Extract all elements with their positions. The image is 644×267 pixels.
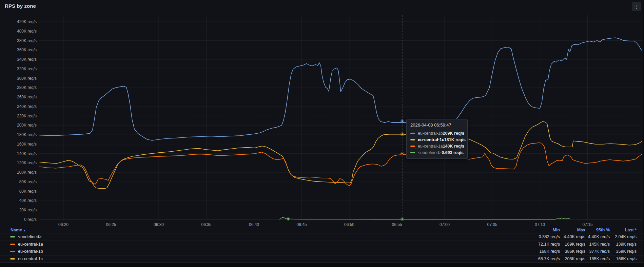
hover-marker bbox=[401, 152, 403, 154]
sort-asc-icon: ▲ bbox=[23, 229, 26, 232]
x-axis-tick-label: 06:45 bbox=[296, 222, 307, 227]
tooltip-row: eu-central-1a140K req/s bbox=[410, 144, 464, 149]
legend-series-name[interactable]: eu-central-1b bbox=[18, 249, 43, 254]
series-line-eucentral1b bbox=[40, 38, 642, 140]
legend-row: eu-central-1c65.7K req/s208K req/s185K r… bbox=[0, 255, 644, 263]
dashboard-panel-screenshot: RPS by zone ⋮ 0 req/s20K req/s40K req/s6… bbox=[0, 0, 644, 267]
series-color-swatch bbox=[10, 251, 15, 252]
tooltip-row: eu-central-1b209K req/s bbox=[410, 131, 464, 136]
panel: RPS by zone ⋮ 0 req/s20K req/s40K req/s6… bbox=[0, 0, 643, 263]
legend-series-name[interactable]: eu-central-1a bbox=[18, 242, 43, 247]
y-axis-tick-label: 320K req/s bbox=[17, 66, 37, 71]
panel-title: RPS by zone bbox=[5, 3, 36, 9]
series-color-swatch bbox=[10, 236, 15, 237]
series-point-marker bbox=[287, 218, 289, 220]
y-axis-tick-label: 140K req/s bbox=[17, 151, 37, 156]
legend-series-name[interactable]: eu-central-1c bbox=[18, 256, 43, 261]
y-axis-tick-label: 100K req/s bbox=[17, 170, 37, 175]
y-axis-tick-label: 120K req/s bbox=[17, 160, 37, 165]
tooltip-series-value: 0.693 req/s bbox=[442, 150, 464, 155]
legend-value-min: 65.7K req/s bbox=[511, 256, 560, 261]
y-axis-tick-label: 240K req/s bbox=[17, 104, 37, 109]
hover-marker bbox=[401, 120, 403, 122]
series-color-swatch bbox=[410, 146, 415, 147]
kebab-vertical-icon: ⋮ bbox=[634, 4, 639, 9]
legend-header-row: Name▲ Min Max 95th % Last * bbox=[0, 227, 644, 233]
time-series-chart[interactable]: 0 req/s20K req/s40K req/s60K req/s80K re… bbox=[0, 0, 644, 263]
x-axis-tick-label: 07:00 bbox=[440, 222, 450, 227]
legend-value-min: 168K req/s bbox=[511, 249, 560, 254]
legend-value-last: 359K req/s bbox=[604, 249, 637, 254]
x-axis-tick-label: 06:30 bbox=[154, 222, 164, 227]
y-axis-tick-label: 420K req/s bbox=[17, 19, 37, 24]
y-axis-tick-label: 0 req/s bbox=[24, 217, 37, 222]
y-axis-tick-label: 300K req/s bbox=[17, 76, 37, 81]
series-line-eucentral1a bbox=[40, 143, 642, 186]
tooltip-series-value: 181K req/s bbox=[444, 137, 466, 142]
series-color-swatch bbox=[10, 244, 15, 245]
y-axis-tick-label: 40K req/s bbox=[19, 198, 37, 203]
legend-value-last: 166K req/s bbox=[604, 256, 637, 261]
x-axis-tick-label: 07:05 bbox=[487, 222, 497, 227]
chart-tooltip: 2026-04-08 06:59:47 eu-central-1b209K re… bbox=[406, 119, 468, 159]
panel-menu-button[interactable]: ⋮ bbox=[632, 2, 641, 11]
series-line-eucentral1c bbox=[40, 121, 642, 189]
x-axis-tick-label: 06:55 bbox=[392, 222, 402, 227]
series-color-swatch bbox=[10, 258, 15, 260]
x-axis-tick-label: 06:20 bbox=[58, 222, 69, 227]
tooltip-series-name: <undefined> bbox=[418, 150, 442, 155]
y-axis-tick-label: 400K req/s bbox=[17, 29, 37, 34]
x-axis-tick-label: 06:25 bbox=[106, 222, 116, 227]
y-axis-tick-label: 280K req/s bbox=[17, 85, 37, 90]
tooltip-series-value: 140K req/s bbox=[443, 144, 464, 149]
legend-value-last: 139K req/s bbox=[604, 242, 637, 247]
y-axis-tick-label: 360K req/s bbox=[17, 47, 37, 52]
legend-table: Name▲ Min Max 95th % Last * <undefined>0… bbox=[0, 227, 644, 263]
y-axis-tick-label: 160K req/s bbox=[17, 142, 37, 147]
legend-row: <undefined>0.382 req/s4.40K req/s4.40K r… bbox=[0, 233, 644, 241]
y-axis-tick-label: 220K req/s bbox=[17, 114, 37, 118]
panel-header: RPS by zone ⋮ bbox=[0, 0, 643, 11]
y-axis-tick-label: 260K req/s bbox=[17, 95, 37, 99]
legend-value-last: 2.04K req/s bbox=[604, 234, 637, 239]
series-color-swatch bbox=[410, 152, 415, 153]
tooltip-series-name: eu-central-1a bbox=[418, 144, 443, 149]
legend-header-last[interactable]: Last * bbox=[604, 228, 637, 232]
x-axis-tick-label: 06:35 bbox=[201, 222, 211, 227]
series-line-undefined bbox=[280, 217, 569, 220]
legend-value-min: 72.1K req/s bbox=[511, 242, 560, 247]
tooltip-timestamp: 2026-04-08 06:59:47 bbox=[410, 122, 464, 128]
y-axis-tick-label: 200K req/s bbox=[17, 123, 37, 128]
tooltip-series-name: eu-central-1c bbox=[418, 137, 444, 142]
series-color-swatch bbox=[410, 133, 415, 134]
x-axis-tick-label: 07:15 bbox=[582, 222, 592, 227]
hover-marker bbox=[401, 133, 403, 135]
x-axis-tick-label: 06:40 bbox=[249, 222, 259, 227]
y-axis-tick-label: 180K req/s bbox=[17, 132, 37, 137]
series-color-swatch bbox=[410, 139, 415, 140]
legend-row: eu-central-1a72.1K req/s169K req/s145K r… bbox=[0, 241, 644, 248]
x-axis-tick-label: 07:10 bbox=[535, 222, 545, 227]
y-axis-tick-label: 80K req/s bbox=[19, 179, 37, 184]
tooltip-row: eu-central-1c181K req/s bbox=[410, 137, 464, 142]
y-axis-tick-label: 340K req/s bbox=[17, 57, 37, 62]
legend-series-name[interactable]: <undefined> bbox=[18, 234, 42, 239]
tooltip-series-value: 209K req/s bbox=[443, 131, 464, 136]
tooltip-row: <undefined>0.693 req/s bbox=[410, 150, 464, 155]
legend-row: eu-central-1b168K req/s386K req/s377K re… bbox=[0, 248, 644, 255]
hover-marker bbox=[401, 218, 403, 220]
legend-header-min[interactable]: Min bbox=[511, 228, 560, 232]
y-axis-tick-label: 20K req/s bbox=[19, 208, 37, 212]
legend-header-name[interactable]: Name▲ bbox=[11, 228, 26, 232]
y-axis-tick-label: 60K req/s bbox=[19, 189, 37, 194]
tooltip-series-name: eu-central-1b bbox=[418, 131, 443, 136]
y-axis-tick-label: 380K req/s bbox=[17, 38, 37, 43]
legend-header-name-label: Name bbox=[11, 228, 22, 232]
legend-value-min: 0.382 req/s bbox=[511, 234, 560, 239]
x-axis-tick-label: 06:50 bbox=[344, 222, 354, 227]
